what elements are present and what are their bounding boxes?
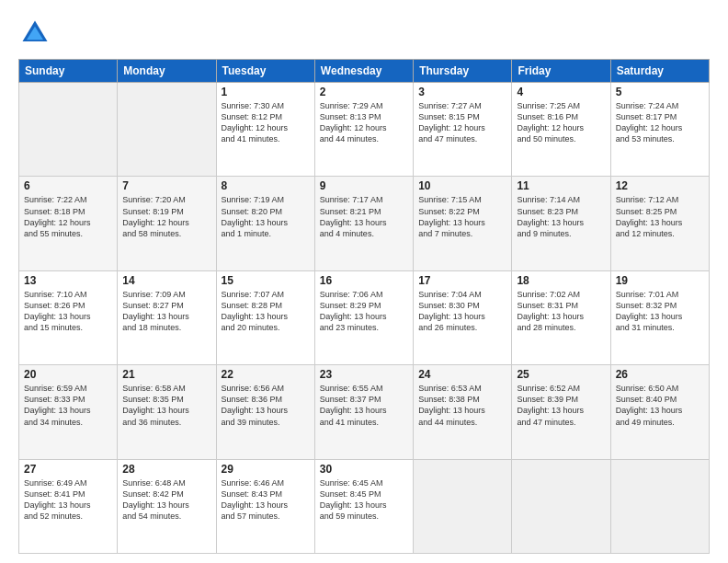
calendar-cell: 2Sunrise: 7:29 AMSunset: 8:13 PMDaylight… xyxy=(314,83,413,177)
day-number: 17 xyxy=(418,274,506,287)
calendar-cell: 24Sunrise: 6:53 AMSunset: 8:38 PMDayligh… xyxy=(414,365,512,459)
cell-info: Sunrise: 7:04 AMSunset: 8:30 PMDaylight:… xyxy=(418,289,506,334)
day-number: 2 xyxy=(320,86,408,98)
day-number: 14 xyxy=(122,274,210,287)
calendar-cell: 16Sunrise: 7:06 AMSunset: 8:29 PMDayligh… xyxy=(314,270,413,364)
cell-info: Sunrise: 6:52 AMSunset: 8:39 PMDaylight:… xyxy=(517,383,605,428)
day-number: 27 xyxy=(24,463,112,476)
calendar-cell xyxy=(118,83,216,177)
day-number: 28 xyxy=(122,463,210,476)
cell-info: Sunrise: 7:02 AMSunset: 8:31 PMDaylight:… xyxy=(517,289,605,334)
calendar-cell: 10Sunrise: 7:15 AMSunset: 8:22 PMDayligh… xyxy=(414,177,512,270)
calendar-cell: 5Sunrise: 7:24 AMSunset: 8:17 PMDaylight… xyxy=(610,83,709,177)
calendar-cell: 15Sunrise: 7:07 AMSunset: 8:28 PMDayligh… xyxy=(216,270,314,364)
day-number: 12 xyxy=(616,179,704,192)
cell-info: Sunrise: 6:58 AMSunset: 8:35 PMDaylight:… xyxy=(122,383,210,428)
day-number: 22 xyxy=(222,368,310,381)
calendar-cell: 20Sunrise: 6:59 AMSunset: 8:33 PMDayligh… xyxy=(19,365,118,459)
col-header-thursday: Thursday xyxy=(414,60,512,83)
cell-info: Sunrise: 6:46 AMSunset: 8:43 PMDaylight:… xyxy=(222,477,310,523)
header xyxy=(18,17,710,50)
day-number: 6 xyxy=(24,179,112,192)
calendar-cell: 21Sunrise: 6:58 AMSunset: 8:35 PMDayligh… xyxy=(118,365,216,459)
calendar-cell: 18Sunrise: 7:02 AMSunset: 8:31 PMDayligh… xyxy=(512,270,610,364)
day-number: 10 xyxy=(418,179,506,192)
page: SundayMondayTuesdayWednesdayThursdayFrid… xyxy=(0,0,728,563)
cell-info: Sunrise: 6:48 AMSunset: 8:42 PMDaylight:… xyxy=(122,477,210,523)
calendar-cell: 26Sunrise: 6:50 AMSunset: 8:40 PMDayligh… xyxy=(610,365,709,459)
cell-info: Sunrise: 7:30 AMSunset: 8:12 PMDaylight:… xyxy=(222,100,310,145)
cell-info: Sunrise: 6:56 AMSunset: 8:36 PMDaylight:… xyxy=(222,383,310,428)
col-header-tuesday: Tuesday xyxy=(216,60,314,83)
cell-info: Sunrise: 7:14 AMSunset: 8:23 PMDaylight:… xyxy=(517,194,605,239)
cell-info: Sunrise: 7:07 AMSunset: 8:28 PMDaylight:… xyxy=(222,289,310,334)
calendar-cell: 6Sunrise: 7:22 AMSunset: 8:18 PMDaylight… xyxy=(19,177,118,270)
calendar-cell xyxy=(19,83,118,177)
cell-info: Sunrise: 7:01 AMSunset: 8:32 PMDaylight:… xyxy=(616,289,704,334)
cell-info: Sunrise: 7:22 AMSunset: 8:18 PMDaylight:… xyxy=(24,194,112,239)
col-header-saturday: Saturday xyxy=(610,60,709,83)
day-number: 21 xyxy=(122,368,210,381)
cell-info: Sunrise: 7:19 AMSunset: 8:20 PMDaylight:… xyxy=(222,194,310,239)
calendar-cell: 11Sunrise: 7:14 AMSunset: 8:23 PMDayligh… xyxy=(512,177,610,270)
calendar-cell: 28Sunrise: 6:48 AMSunset: 8:42 PMDayligh… xyxy=(118,459,216,553)
day-number: 13 xyxy=(24,274,112,287)
calendar-cell: 8Sunrise: 7:19 AMSunset: 8:20 PMDaylight… xyxy=(216,177,314,270)
day-number: 20 xyxy=(24,368,112,381)
cell-info: Sunrise: 7:12 AMSunset: 8:25 PMDaylight:… xyxy=(616,194,704,239)
cell-info: Sunrise: 6:49 AMSunset: 8:41 PMDaylight:… xyxy=(24,477,112,523)
calendar-week-1: 1Sunrise: 7:30 AMSunset: 8:12 PMDaylight… xyxy=(19,83,710,177)
day-number: 1 xyxy=(222,86,310,98)
calendar-cell: 12Sunrise: 7:12 AMSunset: 8:25 PMDayligh… xyxy=(610,177,709,270)
cell-info: Sunrise: 7:10 AMSunset: 8:26 PMDaylight:… xyxy=(24,289,112,334)
col-header-friday: Friday xyxy=(512,60,610,83)
col-header-monday: Monday xyxy=(118,60,216,83)
calendar-cell: 22Sunrise: 6:56 AMSunset: 8:36 PMDayligh… xyxy=(216,365,314,459)
calendar-week-3: 13Sunrise: 7:10 AMSunset: 8:26 PMDayligh… xyxy=(19,270,710,364)
calendar-week-4: 20Sunrise: 6:59 AMSunset: 8:33 PMDayligh… xyxy=(19,365,710,459)
calendar-cell: 17Sunrise: 7:04 AMSunset: 8:30 PMDayligh… xyxy=(414,270,512,364)
day-number: 3 xyxy=(418,86,506,98)
day-number: 19 xyxy=(616,274,704,287)
cell-info: Sunrise: 7:17 AMSunset: 8:21 PMDaylight:… xyxy=(320,194,408,239)
day-number: 16 xyxy=(320,274,408,287)
calendar-week-2: 6Sunrise: 7:22 AMSunset: 8:18 PMDaylight… xyxy=(19,177,710,270)
calendar-cell xyxy=(610,459,709,553)
calendar-cell: 25Sunrise: 6:52 AMSunset: 8:39 PMDayligh… xyxy=(512,365,610,459)
calendar-cell: 30Sunrise: 6:45 AMSunset: 8:45 PMDayligh… xyxy=(314,459,413,553)
day-number: 29 xyxy=(222,463,310,476)
calendar-cell: 7Sunrise: 7:20 AMSunset: 8:19 PMDaylight… xyxy=(118,177,216,270)
logo-icon xyxy=(18,17,51,50)
calendar-cell: 27Sunrise: 6:49 AMSunset: 8:41 PMDayligh… xyxy=(19,459,118,553)
col-header-wednesday: Wednesday xyxy=(314,60,413,83)
calendar-cell: 14Sunrise: 7:09 AMSunset: 8:27 PMDayligh… xyxy=(118,270,216,364)
calendar-table: SundayMondayTuesdayWednesdayThursdayFrid… xyxy=(18,59,710,554)
cell-info: Sunrise: 7:29 AMSunset: 8:13 PMDaylight:… xyxy=(320,100,408,145)
calendar-cell: 3Sunrise: 7:27 AMSunset: 8:15 PMDaylight… xyxy=(414,83,512,177)
calendar-cell xyxy=(414,459,512,553)
calendar-cell: 13Sunrise: 7:10 AMSunset: 8:26 PMDayligh… xyxy=(19,270,118,364)
cell-info: Sunrise: 7:27 AMSunset: 8:15 PMDaylight:… xyxy=(418,100,506,145)
day-number: 9 xyxy=(320,179,408,192)
day-number: 7 xyxy=(122,179,210,192)
cell-info: Sunrise: 7:06 AMSunset: 8:29 PMDaylight:… xyxy=(320,289,408,334)
day-number: 8 xyxy=(222,179,310,192)
cell-info: Sunrise: 7:25 AMSunset: 8:16 PMDaylight:… xyxy=(517,100,605,145)
calendar-cell: 23Sunrise: 6:55 AMSunset: 8:37 PMDayligh… xyxy=(314,365,413,459)
cell-info: Sunrise: 7:09 AMSunset: 8:27 PMDaylight:… xyxy=(122,289,210,334)
cell-info: Sunrise: 6:50 AMSunset: 8:40 PMDaylight:… xyxy=(616,383,704,428)
calendar-header-row: SundayMondayTuesdayWednesdayThursdayFrid… xyxy=(19,60,710,83)
calendar-cell: 1Sunrise: 7:30 AMSunset: 8:12 PMDaylight… xyxy=(216,83,314,177)
cell-info: Sunrise: 6:53 AMSunset: 8:38 PMDaylight:… xyxy=(418,383,506,428)
day-number: 11 xyxy=(517,179,605,192)
calendar-cell: 19Sunrise: 7:01 AMSunset: 8:32 PMDayligh… xyxy=(610,270,709,364)
day-number: 26 xyxy=(616,368,704,381)
calendar-cell: 9Sunrise: 7:17 AMSunset: 8:21 PMDaylight… xyxy=(314,177,413,270)
cell-info: Sunrise: 6:59 AMSunset: 8:33 PMDaylight:… xyxy=(24,383,112,428)
calendar-cell xyxy=(512,459,610,553)
day-number: 24 xyxy=(418,368,506,381)
day-number: 4 xyxy=(517,86,605,98)
calendar-week-5: 27Sunrise: 6:49 AMSunset: 8:41 PMDayligh… xyxy=(19,459,710,553)
logo xyxy=(18,17,57,50)
day-number: 25 xyxy=(517,368,605,381)
